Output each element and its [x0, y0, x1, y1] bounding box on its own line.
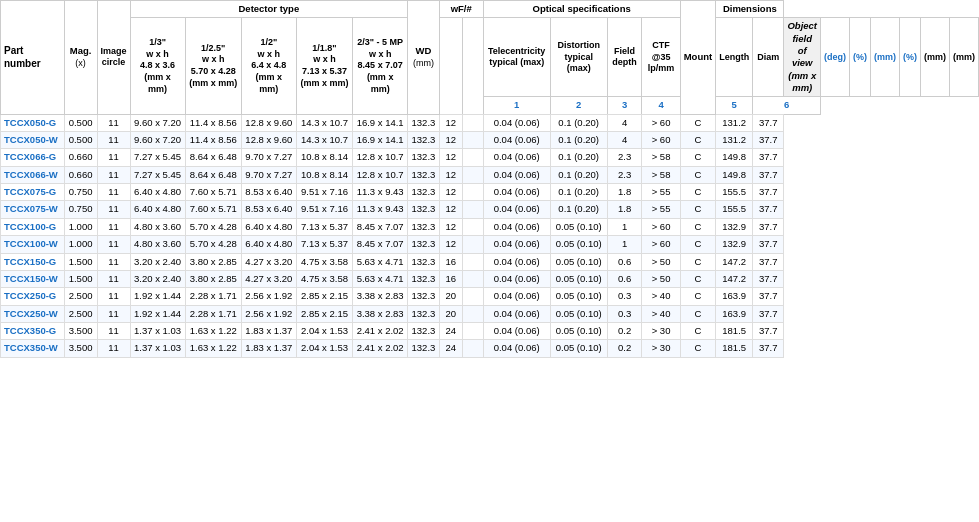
- field-depth-cell: 1.8: [607, 184, 642, 201]
- mount-cell: C: [680, 322, 716, 339]
- mount-header: Mount: [680, 1, 716, 115]
- det-2-3-5mp-cell: 16.9 x 14.1: [353, 114, 408, 131]
- wf1-cell: 12: [439, 114, 462, 131]
- telecentricity-cell: 0.04 (0.06): [483, 340, 550, 357]
- distortion-cell: 0.1 (0.20): [550, 201, 607, 218]
- image-circle-cell: 11: [97, 201, 130, 218]
- ctf-cell: > 58: [642, 166, 680, 183]
- det-1-2-5-cell: 2.28 x 1.71: [185, 305, 241, 322]
- det-1-2-cell: 1.83 x 1.37: [241, 340, 296, 357]
- length-top-header: Length: [716, 18, 753, 97]
- wd-cell: 132.3: [408, 184, 440, 201]
- table-row: TCCX250-G2.500111.92 x 1.442.28 x 1.712.…: [1, 288, 979, 305]
- det-2-3-5mp-cell: 11.3 x 9.43: [353, 201, 408, 218]
- image-circle-cell: 11: [97, 322, 130, 339]
- main-table: PartnumberMag.(x)ImagecircleDetector typ…: [0, 0, 979, 358]
- wf2-cell: [462, 166, 483, 183]
- det-1-1-8-cell: 14.3 x 10.7: [296, 114, 352, 131]
- det-1-1-8-cell: 4.75 x 3.58: [296, 270, 352, 287]
- wf2-cell: [462, 184, 483, 201]
- mount-cell: C: [680, 132, 716, 149]
- table-row: TCCX350-W3.500111.37 x 1.031.63 x 1.221.…: [1, 340, 979, 357]
- telecentricity-cell: 0.04 (0.06): [483, 322, 550, 339]
- length-cell: 132.9: [716, 236, 753, 253]
- det-1-3-cell: 1.37 x 1.03: [130, 340, 185, 357]
- table-row: TCCX075-W0.750116.40 x 4.807.60 x 5.718.…: [1, 201, 979, 218]
- distortion-cell: 0.05 (0.10): [550, 322, 607, 339]
- det-1-2-5-cell: 5.70 x 4.28: [185, 218, 241, 235]
- det-1-2-cell: 12.8 x 9.60: [241, 132, 296, 149]
- field-depth-cell: 0.2: [607, 322, 642, 339]
- mount-cell: C: [680, 184, 716, 201]
- length-cell: 181.5: [716, 340, 753, 357]
- field-depth-cell: 4: [607, 114, 642, 131]
- wf2-cell: [462, 270, 483, 287]
- ctf-cell: > 55: [642, 201, 680, 218]
- diam-cell: 37.7: [753, 270, 784, 287]
- part-number-cell: TCCX250-G: [1, 288, 65, 305]
- det-1-2-cell: 4.27 x 3.20: [241, 270, 296, 287]
- det-1-3-cell: 1.92 x 1.44: [130, 305, 185, 322]
- part-number-cell: TCCX150-W: [1, 270, 65, 287]
- det-1-2-cell: 9.70 x 7.27: [241, 166, 296, 183]
- det-1-2-5-cell: 11.4 x 8.56: [185, 114, 241, 131]
- image-circle-cell: 11: [97, 218, 130, 235]
- field-depth-cell: 2.3: [607, 149, 642, 166]
- det-1-1-8-cell: 10.8 x 8.14: [296, 166, 352, 183]
- det-1-2-5-cell: 7.60 x 5.71: [185, 184, 241, 201]
- det-1-2-cell: 4.27 x 3.20: [241, 253, 296, 270]
- det-1-2-cell: 8.53 x 6.40: [241, 201, 296, 218]
- part-number-cell: TCCX350-W: [1, 340, 65, 357]
- wf1-cell: 16: [439, 253, 462, 270]
- det-1-2-cell: 9.70 x 7.27: [241, 149, 296, 166]
- wf2-cell: [462, 218, 483, 235]
- det-1-1-8-cell: 4.75 x 3.58: [296, 253, 352, 270]
- length-cell: 132.9: [716, 218, 753, 235]
- field-depth-cell: 0.6: [607, 270, 642, 287]
- diam-cell: 37.7: [753, 114, 784, 131]
- part-number-cell: TCCX066-G: [1, 149, 65, 166]
- det-1-3-cell: 4.80 x 3.60: [130, 236, 185, 253]
- det-1-2-5-cell: 8.64 x 6.48: [185, 149, 241, 166]
- ctf-unit: (%): [900, 18, 921, 97]
- image-circle-cell: 11: [97, 149, 130, 166]
- det-1-3-cell: 7.27 x 5.45: [130, 149, 185, 166]
- field-depth-cell: 1.8: [607, 201, 642, 218]
- mag-cell: 0.660: [64, 166, 97, 183]
- table-row: TCCX250-W2.500111.92 x 1.442.28 x 1.712.…: [1, 305, 979, 322]
- wd-cell: 132.3: [408, 132, 440, 149]
- det-1-2-5-cell: 5.70 x 4.28: [185, 236, 241, 253]
- wf2-cell: [462, 132, 483, 149]
- wf1-cell: 16: [439, 270, 462, 287]
- det-1-2-cell: 12.8 x 9.60: [241, 114, 296, 131]
- part-number-cell: TCCX350-G: [1, 322, 65, 339]
- wf2-cell: [462, 253, 483, 270]
- mag-cell: 3.500: [64, 340, 97, 357]
- ctf-cell: > 50: [642, 270, 680, 287]
- image-circle-cell: 11: [97, 114, 130, 131]
- diam-cell: 37.7: [753, 340, 784, 357]
- mag-cell: 1.000: [64, 236, 97, 253]
- wf1-cell: 12: [439, 132, 462, 149]
- mount-cell: C: [680, 288, 716, 305]
- wf1-cell: 24: [439, 340, 462, 357]
- image-circle-cell: 11: [97, 236, 130, 253]
- wd-cell: 132.3: [408, 305, 440, 322]
- part-number-cell: TCCX150-G: [1, 253, 65, 270]
- wd-cell: 132.3: [408, 218, 440, 235]
- det-2-3-5mp-cell: 8.45 x 7.07: [353, 218, 408, 235]
- det-1-2-5-cell: 11.4 x 8.56: [185, 132, 241, 149]
- distortion-top-header: Distortiontypical (max): [550, 18, 607, 97]
- det-2-3-5mp-cell: 3.38 x 2.83: [353, 305, 408, 322]
- ctf-cell: > 30: [642, 322, 680, 339]
- wf2-cell: [462, 236, 483, 253]
- telecentricity-cell: 0.04 (0.06): [483, 253, 550, 270]
- table-row: TCCX050-W0.500119.60 x 7.2011.4 x 8.5612…: [1, 132, 979, 149]
- dist-unit: (%): [850, 18, 871, 97]
- det-1-2-5-cell: 7.60 x 5.71: [185, 201, 241, 218]
- diam-cell: 37.7: [753, 184, 784, 201]
- image-circle-cell: 11: [97, 184, 130, 201]
- mag-cell: 1.000: [64, 218, 97, 235]
- wd-cell: 132.3: [408, 322, 440, 339]
- det-1-1-8-cell: 2.04 x 1.53: [296, 322, 352, 339]
